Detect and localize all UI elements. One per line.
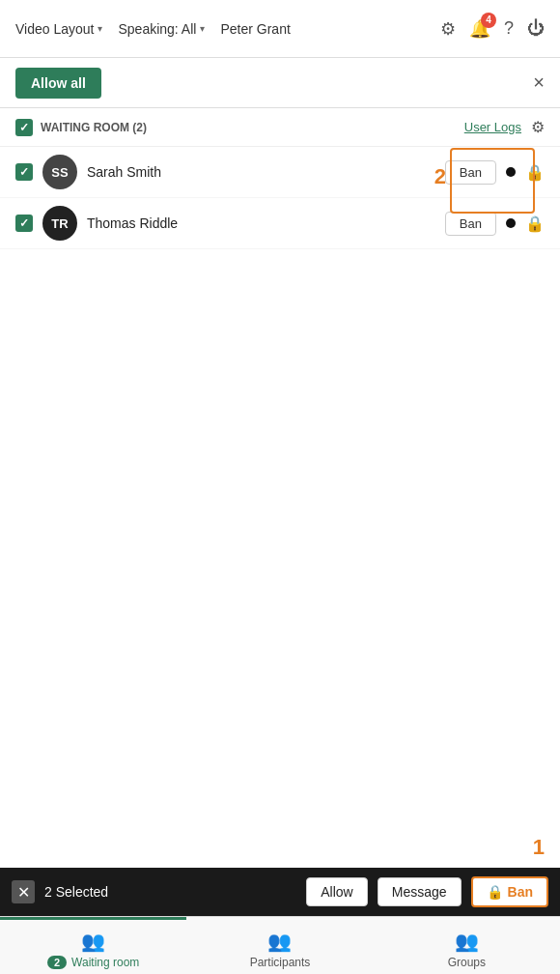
help-button[interactable]: ?	[504, 18, 514, 39]
allow-button[interactable]: Allow	[306, 877, 367, 906]
avatar: TR	[42, 206, 77, 241]
waiting-room-label-group: WAITING ROOM (2)	[15, 119, 147, 136]
notifications-button[interactable]: 🔔 4	[469, 18, 490, 40]
allow-all-bar: Allow all ×	[0, 58, 560, 108]
user-name: Peter Grant	[220, 21, 290, 37]
participants-tab-text: Participants	[250, 956, 311, 969]
tab-participants[interactable]: 👥 Participants	[186, 917, 373, 974]
chevron-down-icon: ▾	[98, 23, 102, 34]
waiting-room-icon: 👥	[81, 930, 105, 953]
select-all-checkbox[interactable]	[15, 119, 33, 136]
dot-icon	[506, 167, 516, 177]
waiting-room-tab-label: 2 Waiting room	[47, 956, 139, 969]
participant-checkbox-2[interactable]	[15, 215, 33, 232]
settings-button[interactable]: ⚙	[440, 18, 456, 40]
participant-name: Sarah Smith	[87, 164, 435, 180]
speaking-dropdown[interactable]: Speaking: All ▾	[118, 21, 205, 37]
selection-bar: ✕ 2 Selected Allow Message 🔒 Ban	[0, 868, 560, 916]
allow-all-button[interactable]: Allow all	[15, 68, 101, 99]
header-right: ⚙ 🔔 4 ? ⏻	[440, 18, 545, 40]
dot-icon	[506, 218, 516, 228]
video-layout-label: Video Layout	[15, 21, 94, 37]
user-logs-link[interactable]: User Logs	[464, 120, 521, 134]
lock-icon: 🔒	[525, 215, 545, 233]
tab-groups[interactable]: 👥 Groups	[374, 917, 560, 974]
waiting-room-label: WAITING ROOM (2)	[41, 121, 147, 134]
table-row: SS Sarah Smith Ban 🔒	[0, 147, 560, 198]
lock-icon: 🔒	[487, 884, 503, 900]
main-content: WAITING ROOM (2) User Logs ⚙ SS Sarah Sm…	[0, 108, 560, 868]
table-row: TR Thomas Riddle Ban 🔒	[0, 198, 560, 249]
close-icon[interactable]: ×	[533, 72, 545, 94]
speaking-label: Speaking: All	[118, 21, 196, 37]
message-button[interactable]: Message	[378, 877, 462, 906]
waiting-room-badge: 2	[47, 956, 67, 969]
deselect-button[interactable]: ✕	[12, 880, 35, 903]
header-actions: User Logs ⚙	[464, 118, 545, 136]
gear-icon[interactable]: ⚙	[531, 118, 545, 136]
tab-waiting-room[interactable]: 👥 2 Waiting room	[0, 917, 186, 974]
ban-action-button[interactable]: 🔒 Ban	[471, 876, 548, 907]
chevron-down-icon: ▾	[200, 23, 205, 34]
selected-count: 2 Selected	[44, 884, 296, 900]
avatar: SS	[42, 155, 77, 189]
top-header: Video Layout ▾ Speaking: All ▾ Peter Gra…	[0, 0, 560, 58]
participant-name: Thomas Riddle	[87, 215, 435, 231]
video-layout-dropdown[interactable]: Video Layout ▾	[15, 21, 102, 37]
notification-badge: 4	[481, 13, 496, 28]
ban-action-label: Ban	[508, 884, 533, 900]
groups-tab-text: Groups	[448, 956, 486, 969]
participant-checkbox-1[interactable]	[15, 163, 33, 181]
header-left: Video Layout ▾ Speaking: All ▾ Peter Gra…	[15, 21, 291, 37]
ban-button-1[interactable]: Ban	[445, 160, 496, 185]
groups-icon: 👥	[455, 930, 479, 953]
empty-space	[0, 249, 560, 819]
bottom-nav: 👥 2 Waiting room 👥 Participants 👥 Groups	[0, 916, 560, 974]
participants-icon: 👥	[267, 930, 292, 953]
waiting-room-header: WAITING ROOM (2) User Logs ⚙	[0, 108, 560, 147]
waiting-room-tab-text: Waiting room	[71, 956, 139, 969]
ban-button-2[interactable]: Ban	[445, 212, 496, 236]
lock-icon: 🔒	[525, 163, 545, 182]
power-button[interactable]: ⏻	[527, 18, 545, 39]
